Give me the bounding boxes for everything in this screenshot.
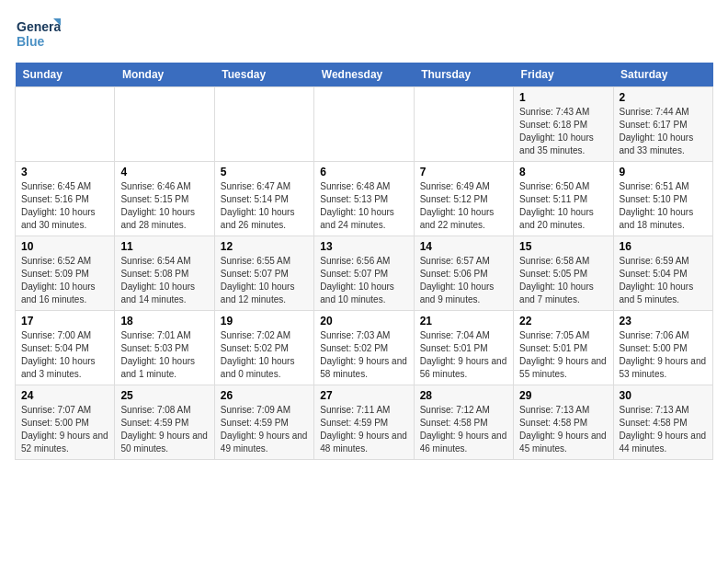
- day-number: 19: [221, 315, 308, 327]
- calendar-cell: 21Sunrise: 7:04 AMSunset: 5:01 PMDayligh…: [414, 311, 513, 385]
- calendar-week-3: 10Sunrise: 6:52 AMSunset: 5:09 PMDayligh…: [16, 236, 713, 311]
- calendar-cell: 27Sunrise: 7:11 AMSunset: 4:59 PMDayligh…: [314, 385, 414, 460]
- day-info: Sunrise: 6:48 AMSunset: 5:13 PMDaylight:…: [320, 180, 407, 232]
- day-number: 6: [320, 166, 407, 178]
- calendar-cell: 22Sunrise: 7:05 AMSunset: 5:01 PMDayligh…: [514, 311, 613, 385]
- day-info: Sunrise: 6:49 AMSunset: 5:12 PMDaylight:…: [420, 180, 507, 232]
- day-number: 9: [620, 166, 707, 178]
- day-info: Sunrise: 7:13 AMSunset: 4:58 PMDaylight:…: [519, 404, 607, 455]
- weekday-header-sunday: Sunday: [16, 63, 115, 87]
- header: General Blue: [15, 15, 713, 55]
- weekday-header-friday: Friday: [514, 63, 613, 87]
- day-number: 12: [221, 240, 308, 253]
- calendar-cell: [16, 87, 115, 162]
- day-info: Sunrise: 7:00 AMSunset: 5:04 PMDaylight:…: [21, 329, 108, 381]
- calendar-cell: 14Sunrise: 6:57 AMSunset: 5:06 PMDayligh…: [414, 236, 513, 311]
- svg-text:Blue: Blue: [17, 34, 45, 49]
- day-number: 21: [420, 315, 507, 327]
- day-info: Sunrise: 7:43 AMSunset: 6:18 PMDaylight:…: [519, 106, 607, 157]
- day-info: Sunrise: 6:59 AMSunset: 5:04 PMDaylight:…: [620, 255, 707, 306]
- day-info: Sunrise: 7:02 AMSunset: 5:02 PMDaylight:…: [221, 329, 308, 381]
- day-number: 3: [21, 166, 108, 178]
- day-info: Sunrise: 6:54 AMSunset: 5:08 PMDaylight:…: [120, 255, 208, 306]
- logo-svg: General Blue: [15, 15, 61, 55]
- calendar-cell: 23Sunrise: 7:06 AMSunset: 5:00 PMDayligh…: [613, 311, 712, 385]
- calendar-week-1: 1Sunrise: 7:43 AMSunset: 6:18 PMDaylight…: [16, 87, 713, 162]
- calendar-cell: 5Sunrise: 6:47 AMSunset: 5:14 PMDaylight…: [214, 162, 313, 236]
- day-info: Sunrise: 7:44 AMSunset: 6:17 PMDaylight:…: [620, 106, 707, 157]
- day-number: 4: [120, 166, 208, 178]
- calendar-week-2: 3Sunrise: 6:45 AMSunset: 5:16 PMDaylight…: [16, 162, 713, 236]
- calendar-cell: 9Sunrise: 6:51 AMSunset: 5:10 PMDaylight…: [613, 162, 712, 236]
- day-info: Sunrise: 7:11 AMSunset: 4:59 PMDaylight:…: [320, 404, 407, 455]
- day-number: 11: [120, 240, 208, 253]
- weekday-header-saturday: Saturday: [613, 63, 712, 87]
- day-number: 17: [21, 315, 108, 327]
- svg-text:General: General: [17, 19, 61, 34]
- calendar-cell: 17Sunrise: 7:00 AMSunset: 5:04 PMDayligh…: [16, 311, 115, 385]
- day-number: 15: [519, 240, 607, 253]
- day-number: 26: [221, 389, 308, 402]
- day-info: Sunrise: 7:12 AMSunset: 4:58 PMDaylight:…: [420, 404, 507, 455]
- day-info: Sunrise: 7:01 AMSunset: 5:03 PMDaylight:…: [120, 329, 208, 381]
- day-number: 29: [519, 389, 607, 402]
- day-number: 1: [519, 91, 607, 104]
- day-number: 30: [620, 389, 707, 402]
- calendar-cell: 12Sunrise: 6:55 AMSunset: 5:07 PMDayligh…: [214, 236, 313, 311]
- calendar-cell: 10Sunrise: 6:52 AMSunset: 5:09 PMDayligh…: [16, 236, 115, 311]
- calendar-cell: 24Sunrise: 7:07 AMSunset: 5:00 PMDayligh…: [16, 385, 115, 460]
- day-info: Sunrise: 6:52 AMSunset: 5:09 PMDaylight:…: [21, 255, 108, 306]
- calendar-cell: 30Sunrise: 7:13 AMSunset: 4:58 PMDayligh…: [613, 385, 712, 460]
- day-info: Sunrise: 6:57 AMSunset: 5:06 PMDaylight:…: [420, 255, 507, 306]
- calendar-cell: 15Sunrise: 6:58 AMSunset: 5:05 PMDayligh…: [514, 236, 613, 311]
- day-number: 22: [519, 315, 607, 327]
- day-number: 13: [320, 240, 407, 253]
- day-number: 18: [120, 315, 208, 327]
- calendar-cell: 4Sunrise: 6:46 AMSunset: 5:15 PMDaylight…: [115, 162, 214, 236]
- day-number: 2: [620, 91, 707, 104]
- calendar-cell: 8Sunrise: 6:50 AMSunset: 5:11 PMDaylight…: [514, 162, 613, 236]
- day-info: Sunrise: 6:51 AMSunset: 5:10 PMDaylight:…: [620, 180, 707, 232]
- day-info: Sunrise: 6:45 AMSunset: 5:16 PMDaylight:…: [21, 180, 108, 232]
- calendar-cell: 28Sunrise: 7:12 AMSunset: 4:58 PMDayligh…: [414, 385, 513, 460]
- day-number: 24: [21, 389, 108, 402]
- day-info: Sunrise: 6:56 AMSunset: 5:07 PMDaylight:…: [320, 255, 407, 306]
- calendar-cell: [314, 87, 414, 162]
- calendar-cell: 6Sunrise: 6:48 AMSunset: 5:13 PMDaylight…: [314, 162, 414, 236]
- calendar-table: SundayMondayTuesdayWednesdayThursdayFrid…: [15, 63, 713, 460]
- day-info: Sunrise: 6:46 AMSunset: 5:15 PMDaylight:…: [120, 180, 208, 232]
- day-info: Sunrise: 6:50 AMSunset: 5:11 PMDaylight:…: [519, 180, 607, 232]
- calendar-cell: [414, 87, 513, 162]
- day-info: Sunrise: 7:03 AMSunset: 5:02 PMDaylight:…: [320, 329, 407, 381]
- calendar-cell: 20Sunrise: 7:03 AMSunset: 5:02 PMDayligh…: [314, 311, 414, 385]
- weekday-header-monday: Monday: [115, 63, 214, 87]
- calendar-cell: [115, 87, 214, 162]
- weekday-header-tuesday: Tuesday: [214, 63, 313, 87]
- weekday-header-wednesday: Wednesday: [314, 63, 414, 87]
- weekday-header-row: SundayMondayTuesdayWednesdayThursdayFrid…: [16, 63, 713, 87]
- calendar-cell: [214, 87, 313, 162]
- day-info: Sunrise: 7:04 AMSunset: 5:01 PMDaylight:…: [420, 329, 507, 381]
- calendar-cell: 16Sunrise: 6:59 AMSunset: 5:04 PMDayligh…: [613, 236, 712, 311]
- calendar-cell: 18Sunrise: 7:01 AMSunset: 5:03 PMDayligh…: [115, 311, 214, 385]
- calendar-cell: 11Sunrise: 6:54 AMSunset: 5:08 PMDayligh…: [115, 236, 214, 311]
- calendar-cell: 25Sunrise: 7:08 AMSunset: 4:59 PMDayligh…: [115, 385, 214, 460]
- calendar-cell: 3Sunrise: 6:45 AMSunset: 5:16 PMDaylight…: [16, 162, 115, 236]
- day-number: 5: [221, 166, 308, 178]
- weekday-header-thursday: Thursday: [414, 63, 513, 87]
- day-info: Sunrise: 6:55 AMSunset: 5:07 PMDaylight:…: [221, 255, 308, 306]
- day-number: 7: [420, 166, 507, 178]
- day-number: 23: [620, 315, 707, 327]
- day-number: 28: [420, 389, 507, 402]
- day-info: Sunrise: 7:06 AMSunset: 5:00 PMDaylight:…: [620, 329, 707, 381]
- day-number: 25: [120, 389, 208, 402]
- logo: General Blue: [15, 15, 61, 55]
- calendar-cell: 2Sunrise: 7:44 AMSunset: 6:17 PMDaylight…: [613, 87, 712, 162]
- day-info: Sunrise: 7:05 AMSunset: 5:01 PMDaylight:…: [519, 329, 607, 381]
- calendar-cell: 1Sunrise: 7:43 AMSunset: 6:18 PMDaylight…: [514, 87, 613, 162]
- day-info: Sunrise: 6:47 AMSunset: 5:14 PMDaylight:…: [221, 180, 308, 232]
- calendar-cell: 26Sunrise: 7:09 AMSunset: 4:59 PMDayligh…: [214, 385, 313, 460]
- day-number: 20: [320, 315, 407, 327]
- day-info: Sunrise: 7:07 AMSunset: 5:00 PMDaylight:…: [21, 404, 108, 455]
- calendar-week-4: 17Sunrise: 7:00 AMSunset: 5:04 PMDayligh…: [16, 311, 713, 385]
